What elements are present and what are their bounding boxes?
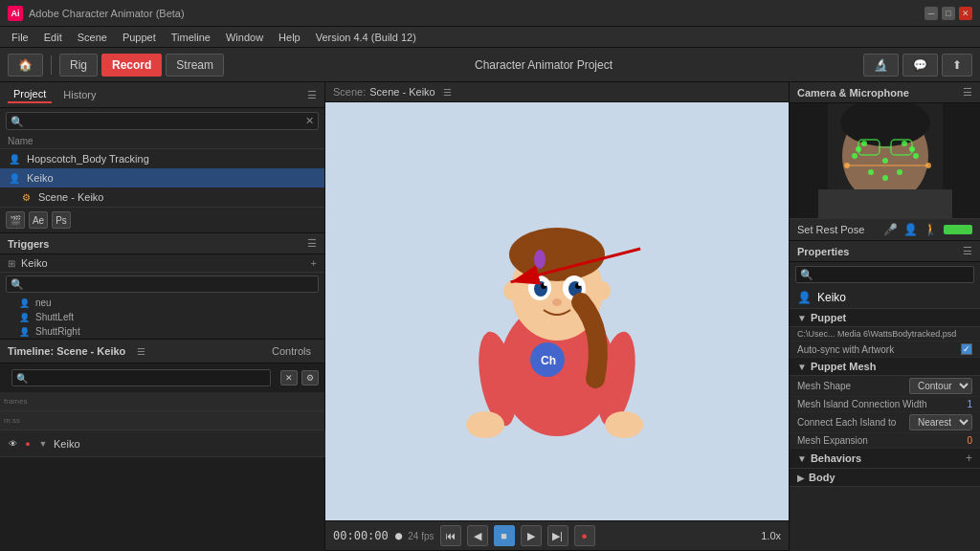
properties-panel: Properties ☰ 👤 Keiko ▼ Puppet C:\Usec...…	[790, 241, 980, 551]
menu-scene[interactable]: Scene	[70, 30, 115, 45]
svg-text:Ch: Ch	[541, 354, 556, 367]
mesh-shape-dropdown[interactable]: Contour	[909, 378, 972, 394]
camera-menu-icon[interactable]: ☰	[963, 86, 972, 99]
record-button[interactable]: Record	[101, 54, 162, 77]
home-button[interactable]: 🏠	[8, 54, 43, 77]
trigger-item-shuttright[interactable]: 👤 ShuttRight	[0, 324, 324, 339]
timeline-clear-button[interactable]: ✕	[280, 370, 298, 386]
project-menu-icon[interactable]: ☰	[307, 89, 317, 101]
track-record-button[interactable]: ●	[21, 437, 34, 451]
play-button[interactable]: ▶	[521, 525, 542, 546]
behaviors-section-title: Behaviors	[811, 452, 962, 464]
stream-button[interactable]: Stream	[166, 54, 224, 77]
menu-timeline[interactable]: Timeline	[164, 30, 218, 45]
triggers-panel-header: Triggers ☰	[0, 233, 324, 254]
svg-point-30	[902, 141, 907, 146]
expansion-value: 0	[967, 435, 972, 446]
go-start-button[interactable]: ⏮	[440, 525, 461, 546]
camera-panel-title: Camera & Microphone	[797, 87, 909, 99]
maximize-button[interactable]: □	[942, 7, 955, 20]
properties-search[interactable]	[795, 266, 974, 283]
scene-icon: ⚙	[19, 190, 33, 204]
connect-to-label: Connect Each Island to	[797, 417, 905, 428]
search-clear-button[interactable]: ✕	[305, 115, 314, 127]
step-back-button[interactable]: ◀	[467, 525, 488, 546]
minimize-button[interactable]: ─	[924, 7, 938, 20]
track-visibility-button[interactable]: 👁	[6, 437, 19, 451]
project-ps-button[interactable]: Ps	[52, 211, 71, 229]
timeline-menu-icon[interactable]: ☰	[137, 346, 145, 357]
project-item-scene-keiko[interactable]: ⚙ Scene - Keiko	[0, 187, 324, 207]
puppet-mesh-section-arrow: ▼	[797, 362, 807, 372]
behaviors-section-header[interactable]: ▼ Behaviors +	[790, 449, 980, 469]
tab-controls[interactable]: Controls	[266, 343, 317, 359]
stop-button[interactable]: ■	[494, 525, 515, 546]
trigger-item-shuttright-label: ShuttRight	[35, 326, 80, 337]
timeline-search[interactable]: 🔍	[11, 369, 271, 386]
scene-menu-icon[interactable]: ☰	[443, 87, 452, 98]
triggers-menu-icon[interactable]: ☰	[307, 237, 317, 250]
rig-button[interactable]: Rig	[59, 54, 98, 77]
tab-project[interactable]: Project	[8, 86, 52, 103]
svg-point-17	[552, 298, 562, 306]
project-panel: Project History ☰ ✕ Name 👤 Hopscotch_Bod…	[0, 82, 324, 233]
svg-point-34	[868, 169, 874, 175]
audio-level-bar	[944, 225, 972, 234]
chat-icon-button[interactable]: 💬	[902, 54, 938, 77]
menu-puppet[interactable]: Puppet	[115, 30, 164, 45]
timeline-settings-button[interactable]: ⚙	[301, 370, 319, 386]
timeline-search-input[interactable]	[32, 372, 266, 384]
trigger-person-icon-3: 👤	[19, 327, 30, 337]
properties-search-input[interactable]	[800, 269, 969, 280]
puppet-mesh-section-title: Puppet Mesh	[811, 361, 972, 372]
project-item-hopscotch[interactable]: 👤 Hopscotch_Body Tracking	[0, 149, 324, 168]
person-icon-keiko: 👤	[8, 171, 21, 185]
menu-file[interactable]: File	[4, 30, 36, 45]
track-solo-button[interactable]: ▼	[36, 437, 50, 451]
body-section-header[interactable]: ▶ Body	[790, 469, 980, 487]
trigger-item-neu[interactable]: 👤 neu	[0, 296, 324, 310]
project-item-keiko-label: Keiko	[27, 172, 54, 184]
timeline-body: 🔍 ✕ ⚙ frames 0 100 200 300	[0, 364, 324, 551]
share-icon-button[interactable]: ⬆	[942, 54, 972, 77]
keiko-properties-header: 👤 Keiko	[790, 287, 980, 309]
trigger-search-input[interactable]	[11, 278, 314, 290]
project-film-button[interactable]: 🎬	[6, 211, 25, 229]
properties-menu-icon[interactable]: ☰	[963, 245, 972, 257]
trigger-add-button[interactable]: +	[311, 257, 317, 269]
puppet-section-title: Puppet	[811, 312, 972, 323]
puppet-section-header[interactable]: ▼ Puppet	[790, 309, 980, 327]
auto-sync-checkbox[interactable]: ✓	[961, 343, 972, 355]
person-tracking-icon: 🚶	[924, 223, 938, 236]
timeline-panel: Timeline: Scene - Keiko ☰ Controls 🔍 ✕ ⚙	[0, 340, 324, 551]
puppet-mesh-section-header[interactable]: ▼ Puppet Mesh	[790, 358, 980, 376]
triggers-panel: Triggers ☰ ⊞ Keiko + 👤 neu 👤 ShuttL	[0, 233, 324, 340]
flask-icon-button[interactable]: 🔬	[863, 54, 899, 77]
connect-to-dropdown[interactable]: Nearest	[909, 414, 972, 430]
trigger-item-neu-label: neu	[35, 298, 52, 308]
triggers-title: Triggers	[8, 238, 49, 250]
project-ae-button[interactable]: Ae	[29, 211, 48, 229]
menu-window[interactable]: Window	[218, 30, 271, 45]
track-controls: 👁 ● ▼	[6, 437, 50, 451]
menu-edit[interactable]: Edit	[36, 30, 70, 45]
project-search-bar[interactable]: ✕	[6, 112, 319, 130]
tab-history[interactable]: History	[57, 87, 101, 102]
set-rest-pose-label[interactable]: Set Rest Pose	[797, 224, 878, 235]
step-forward-button[interactable]: ▶|	[547, 525, 568, 546]
puppet-section-arrow: ▼	[797, 313, 807, 323]
project-item-keiko[interactable]: 👤 Keiko	[0, 168, 324, 187]
trigger-search-bar[interactable]	[6, 276, 319, 293]
svg-point-32	[913, 153, 919, 159]
timeline-panel-header: Timeline: Scene - Keiko ☰ Controls	[0, 340, 324, 364]
svg-point-31	[852, 153, 858, 159]
trigger-item-shuttleft[interactable]: 👤 ShuttLeft	[0, 310, 324, 324]
record-transport-button[interactable]: ●	[574, 525, 595, 546]
project-search-input[interactable]	[11, 116, 305, 127]
properties-title: Properties	[797, 246, 849, 257]
behaviors-add-button[interactable]: +	[966, 452, 972, 465]
auto-sync-label: Auto-sync with Artwork	[797, 344, 957, 355]
window-controls: ─ □ ✕	[924, 7, 972, 20]
menu-help[interactable]: Help	[271, 30, 308, 45]
close-button[interactable]: ✕	[959, 7, 972, 20]
